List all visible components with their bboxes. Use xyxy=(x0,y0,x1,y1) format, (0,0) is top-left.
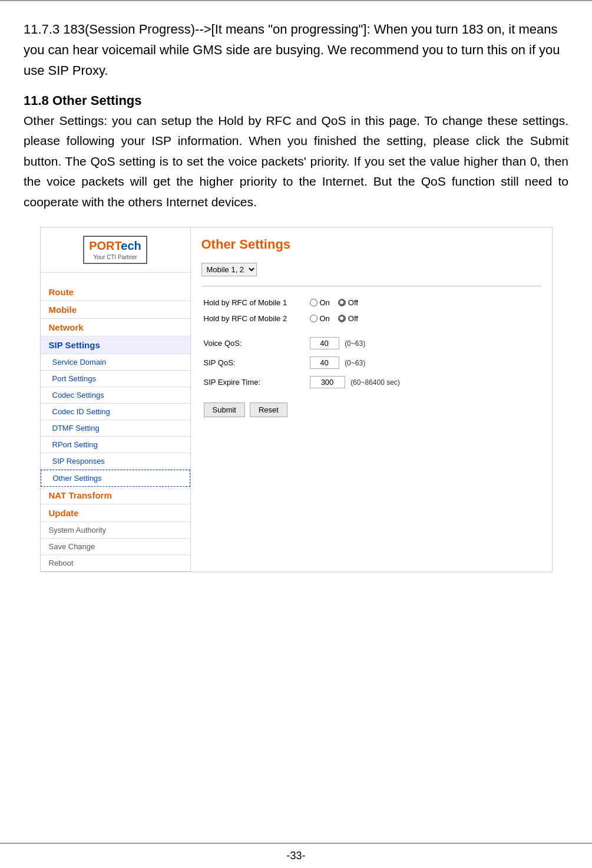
sip-qos-cell: (0~63) xyxy=(307,353,541,372)
sidebar-item-system-authority[interactable]: System Authority xyxy=(41,522,190,539)
hold-mobile1-radio-group: On Off xyxy=(310,298,539,307)
hold-mobile1-off[interactable]: Off xyxy=(338,298,358,307)
hold-mobile2-radio-group: On Off xyxy=(310,314,539,323)
dropdown-row: Mobile 1, 2 xyxy=(201,263,541,276)
sip-expire-row: SIP Expire Time: (60~86400 sec) xyxy=(201,372,541,392)
radio2-off-circle xyxy=(338,315,346,322)
sidebar-spacer xyxy=(41,273,190,283)
page-title: Other Settings xyxy=(201,237,541,252)
logo-port: PORTech xyxy=(89,242,141,252)
section-heading: 11.8 Other Settings xyxy=(24,93,568,108)
sip-qos-label: SIP QoS: xyxy=(201,353,307,372)
radio-on-circle xyxy=(310,299,318,306)
sidebar-item-port-settings[interactable]: Port Settings xyxy=(41,371,190,387)
reset-button[interactable]: Reset xyxy=(250,402,287,417)
sidebar-logo: PORTech Your CTI Partner xyxy=(41,227,190,273)
sip-expire-hint: (60~86400 sec) xyxy=(350,378,400,387)
submit-button[interactable]: Submit xyxy=(204,402,245,417)
sip-expire-input[interactable] xyxy=(310,376,345,388)
sidebar-item-other-settings[interactable]: Other Settings xyxy=(41,470,190,487)
sip-qos-row: SIP QoS: (0~63) xyxy=(201,353,541,372)
radio2-on-circle xyxy=(310,315,318,322)
ui-screenshot: PORTech Your CTI Partner Route Mobile Ne… xyxy=(40,227,553,572)
sidebar-item-sip-settings[interactable]: SIP Settings xyxy=(41,336,190,354)
sidebar-item-update[interactable]: Update xyxy=(41,504,190,522)
hold-mobile1-row: Hold by RFC of Mobile 1 On Off xyxy=(201,295,541,311)
sidebar-item-rport-setting[interactable]: RPort Setting xyxy=(41,437,190,453)
sidebar-item-save-change[interactable]: Save Change xyxy=(41,539,190,555)
on-label2: On xyxy=(320,314,330,323)
hold-mobile1-value: On Off xyxy=(307,295,541,311)
hold-mobile2-on[interactable]: On xyxy=(310,314,330,323)
sip-qos-input[interactable] xyxy=(310,357,339,369)
hold-mobile2-label: Hold by RFC of Mobile 2 xyxy=(201,311,307,326)
mobile-select[interactable]: Mobile 1, 2 xyxy=(201,263,257,276)
hold-mobile2-row: Hold by RFC of Mobile 2 On Off xyxy=(201,311,541,326)
sidebar: PORTech Your CTI Partner Route Mobile Ne… xyxy=(41,227,191,572)
button-row: Submit Reset xyxy=(201,402,541,417)
radio-off-circle xyxy=(338,299,346,306)
voice-qos-input[interactable] xyxy=(310,337,339,349)
hold-mobile1-on[interactable]: On xyxy=(310,298,330,307)
sidebar-item-codec-id-setting[interactable]: Codec ID Setting xyxy=(41,404,190,420)
sidebar-item-nat-transform[interactable]: NAT Transform xyxy=(41,487,190,504)
intro-paragraph1: 11.7.3 183(Session Progress)-->[It means… xyxy=(24,19,568,81)
sidebar-item-dtmf-setting[interactable]: DTMF Setting xyxy=(41,420,190,437)
on-label: On xyxy=(320,298,330,307)
form-table: Hold by RFC of Mobile 1 On Off xyxy=(201,295,541,392)
page-number: -33- xyxy=(286,850,305,862)
section-body: Other Settings: you can setup the Hold b… xyxy=(24,111,568,213)
spacer-row xyxy=(201,326,541,334)
main-content: Other Settings Mobile 1, 2 Hold by RFC o… xyxy=(191,227,552,572)
hold-mobile2-off[interactable]: Off xyxy=(338,314,358,323)
hold-mobile2-value: On Off xyxy=(307,311,541,326)
voice-qos-hint: (0~63) xyxy=(345,339,365,348)
voice-qos-label: Voice QoS: xyxy=(201,334,307,353)
sidebar-item-mobile[interactable]: Mobile xyxy=(41,301,190,319)
page-footer: -33- xyxy=(0,843,592,862)
hold-mobile1-label: Hold by RFC of Mobile 1 xyxy=(201,295,307,311)
sidebar-item-service-domain[interactable]: Service Domain xyxy=(41,354,190,371)
voice-qos-row: Voice QoS: (0~63) xyxy=(201,334,541,353)
off-label2: Off xyxy=(348,314,358,323)
sip-qos-hint: (0~63) xyxy=(345,359,365,367)
logo-sub: Your CTI Partner xyxy=(89,254,141,260)
sidebar-item-codec-settings[interactable]: Codec Settings xyxy=(41,387,190,404)
sip-expire-cell: (60~86400 sec) xyxy=(307,372,541,392)
sidebar-item-reboot[interactable]: Reboot xyxy=(41,555,190,572)
sip-expire-label: SIP Expire Time: xyxy=(201,372,307,392)
logo-box: PORTech Your CTI Partner xyxy=(83,236,147,264)
off-label: Off xyxy=(348,298,358,307)
sidebar-item-network[interactable]: Network xyxy=(41,319,190,336)
page-container: 11.7.3 183(Session Progress)-->[It means… xyxy=(0,0,592,868)
voice-qos-cell: (0~63) xyxy=(307,334,541,353)
sidebar-item-route[interactable]: Route xyxy=(41,283,190,301)
sidebar-item-sip-responses[interactable]: SIP Responses xyxy=(41,453,190,470)
divider xyxy=(201,286,541,286)
